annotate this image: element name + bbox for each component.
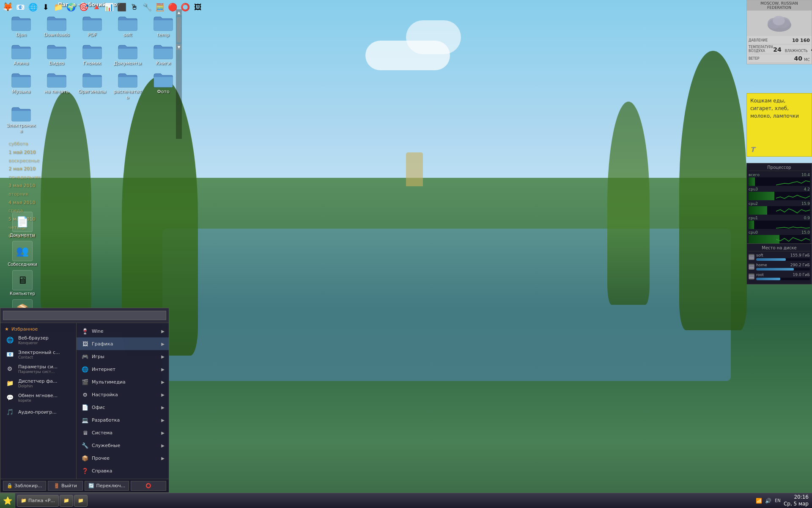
- folder-item-pdf[interactable]: PDF: [75, 13, 109, 39]
- appbar-icon-tool[interactable]: 🔧: [141, 1, 153, 13]
- cpu-label-2: cpu2: [749, 202, 758, 206]
- appbar-icon-vlc[interactable]: 🔺: [91, 1, 102, 13]
- tray-network-icon[interactable]: 📶: [756, 497, 763, 504]
- office-label: Офис: [92, 405, 105, 410]
- appbar-icon-cursor[interactable]: 🖱: [129, 1, 140, 13]
- folder-item-electronics[interactable]: Электроника: [4, 103, 38, 135]
- folder-item-djon[interactable]: Djon: [4, 13, 38, 39]
- system-icon: 🖥: [81, 428, 89, 437]
- start-search-input[interactable]: [3, 311, 166, 320]
- disk-widget: Место на диске soft 155.9 ГиБ home 290.2…: [746, 243, 812, 284]
- appbar-icon-browser[interactable]: 🌐: [27, 1, 39, 13]
- logout-button[interactable]: 🚪 Выйти: [48, 481, 83, 491]
- menu-multimedia[interactable]: 🎬 Мультимедиа ▶: [77, 375, 169, 388]
- menu-other[interactable]: 📦 Прочее ▶: [77, 452, 169, 464]
- folder-item-docs[interactable]: Документы: [111, 41, 145, 68]
- folder-item-gnomic[interactable]: Гномик: [75, 41, 109, 68]
- appbar-icon-folder[interactable]: 📁: [52, 1, 64, 13]
- folder-item-photo[interactable]: Фото: [146, 69, 180, 102]
- internet-arrow: ▶: [161, 367, 165, 372]
- dev-label: Разработка: [92, 417, 120, 423]
- cpu-title: Процессор: [749, 165, 810, 171]
- note-widget[interactable]: Кошкам еды, сигарет, хлеб, молоко, лампо…: [746, 93, 812, 157]
- shortcut-computer[interactable]: 🖥 Компьютер: [8, 270, 37, 296]
- start-item-audio[interactable]: 🎵 Аудио-проигр...: [0, 405, 76, 419]
- help-icon: ❓: [81, 467, 89, 475]
- menu-service[interactable]: 🔧 Служебные ▶: [77, 439, 169, 452]
- folder-item-print[interactable]: на печать: [40, 69, 74, 102]
- appbar-icon-img[interactable]: 🖼: [192, 1, 204, 13]
- extra-button[interactable]: ⭕: [131, 481, 166, 491]
- menu-dev[interactable]: 💻 Разработка ▶: [77, 414, 169, 426]
- appbar-icon-red[interactable]: 🔴: [167, 1, 178, 13]
- start-item-im[interactable]: 💬 Обмен мгнове... kopete: [0, 390, 76, 405]
- appbar-icon-tor[interactable]: ⭕: [179, 1, 191, 13]
- appbar-icon-globe[interactable]: 🌍: [65, 1, 77, 13]
- appbar-icon-calc[interactable]: 🧮: [154, 1, 166, 13]
- taskbar-folder2-btn[interactable]: 📁: [60, 495, 73, 507]
- browser-icon: 🌐: [5, 335, 15, 345]
- menu-wine[interactable]: 🍷 Wine ▶: [77, 325, 169, 337]
- menu-grafika[interactable]: 🖼 Графика ▶: [77, 337, 169, 350]
- other-label: Прочее: [92, 456, 110, 461]
- folder-item-originals[interactable]: Оригиналы: [75, 69, 109, 102]
- appbar-icon-firefox[interactable]: 🦊: [2, 1, 14, 13]
- folder-item-soft[interactable]: soft: [111, 13, 145, 39]
- shortcut-documents[interactable]: 📄 Документы: [8, 212, 37, 237]
- menu-system[interactable]: 🖥 Система ▶: [77, 426, 169, 439]
- office-icon: 📄: [81, 403, 89, 411]
- folder-item-books[interactable]: Книги: [146, 41, 180, 68]
- internet-icon: 🌐: [81, 365, 89, 373]
- scrollbar-thumb[interactable]: [177, 17, 181, 42]
- taskbar-folder3-btn[interactable]: 📁: [74, 495, 88, 507]
- tray-volume-icon[interactable]: 🔊: [765, 497, 772, 504]
- menu-games[interactable]: 🎮 Игры ▶: [77, 350, 169, 363]
- panel-scrollbar[interactable]: ▲ ▼: [176, 9, 182, 139]
- folder-item-downloads[interactable]: Downloads: [40, 13, 74, 39]
- switch-label: Переключ...: [96, 483, 125, 489]
- taskbar-folder-btn[interactable]: 📁Папка «Р...: [17, 495, 59, 507]
- switch-button[interactable]: 🔄 Переключ...: [85, 481, 129, 491]
- folder-item-raspecat[interactable]: распечатать: [111, 69, 145, 102]
- menu-internet[interactable]: 🌐 Интернет ▶: [77, 363, 169, 375]
- wine-arrow: ▶: [161, 329, 165, 334]
- folder-item-temp[interactable]: temp: [146, 13, 180, 39]
- disk-icon: [749, 273, 754, 279]
- folder-label: Гномик: [83, 61, 102, 66]
- appbar-icon-mail[interactable]: 📧: [14, 1, 26, 13]
- shortcut-contacts[interactable]: 👥 Собеседники: [8, 241, 37, 267]
- disk-size-soft: 155.9 ГиБ: [790, 253, 810, 257]
- disk-row-soft: soft 155.9 ГиБ: [749, 253, 810, 261]
- humidity-label: ВЛАЖНОСТЬ: [785, 49, 808, 53]
- start-item-filemanager[interactable]: 📁 Диспетчер фа... Dolphin: [0, 376, 76, 390]
- service-arrow: ▶: [161, 443, 165, 448]
- folder-item-music[interactable]: Музыка: [4, 69, 38, 102]
- appbar-icon-terminal[interactable]: ⬛: [116, 1, 128, 13]
- start-item-email[interactable]: 📧 Электронный с... Contact: [0, 347, 76, 362]
- folder-label: Downloads: [44, 32, 69, 38]
- browser-label: Веб-браузер: [18, 335, 72, 341]
- folder-label: Алина: [14, 61, 29, 66]
- lock-button[interactable]: 🔒 Заблокир...: [3, 481, 46, 491]
- disk-name-home: home: [756, 263, 767, 267]
- folder-item-alina[interactable]: Алина: [4, 41, 38, 68]
- start-item-settings[interactable]: ⚙ Параметры си... Параметры сист...: [0, 362, 76, 376]
- appbar-icon-chart[interactable]: 📊: [103, 1, 115, 13]
- start-button[interactable]: ⭐: [0, 493, 15, 508]
- lock-icon: 🔒: [7, 483, 13, 489]
- temp-value: 24: [773, 46, 781, 53]
- menu-settings[interactable]: ⚙ Настройка ▶: [77, 388, 169, 401]
- appbar-icon-target[interactable]: 🎯: [78, 1, 90, 13]
- folder-icon: [118, 14, 138, 31]
- start-item-browser[interactable]: 🌐 Веб-браузер Konqueror: [0, 333, 76, 347]
- cpu-value-total: 10.4: [801, 173, 810, 177]
- dev-arrow: ▶: [161, 418, 165, 422]
- appbar-icon-download[interactable]: ⬇: [40, 1, 52, 13]
- tray-lang-indicator[interactable]: EN: [774, 497, 781, 504]
- scrollbar-down-button[interactable]: ▼: [176, 44, 182, 50]
- pressure-label: ДАВЛЕНИЕ: [749, 39, 768, 42]
- menu-help[interactable]: ❓ Справка: [77, 464, 169, 477]
- menu-office[interactable]: 📄 Офис ▶: [77, 401, 169, 414]
- games-arrow: ▶: [161, 354, 165, 359]
- folder-item-video[interactable]: Видео: [40, 41, 74, 68]
